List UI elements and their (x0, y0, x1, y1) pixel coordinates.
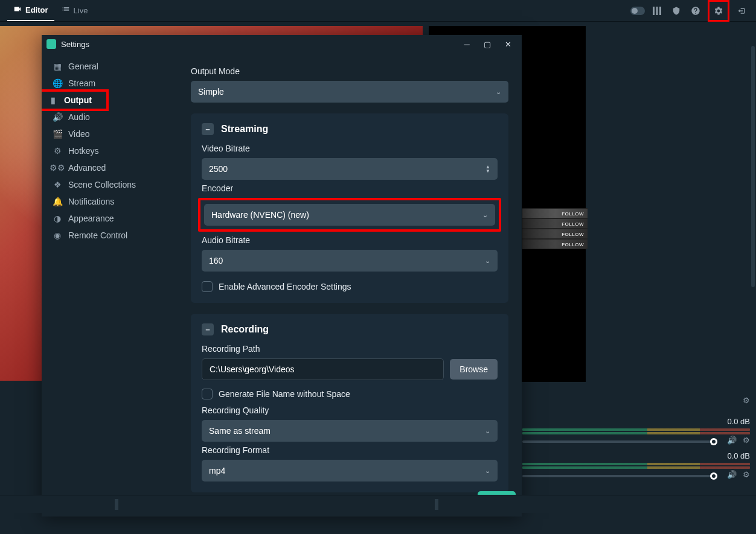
minimize-icon[interactable]: ─ (458, 37, 476, 51)
chevron-down-icon: ⌄ (485, 427, 490, 435)
recording-format-label: Recording Format (202, 445, 498, 455)
logout-icon[interactable] (734, 4, 749, 18)
video-bitrate-input[interactable]: 2500 ▲▼ (202, 158, 498, 180)
video-icon: 🎬 (53, 129, 62, 139)
sidebar-item-remote-control[interactable]: ◉Remote Control (42, 227, 178, 244)
sidebar-item-video[interactable]: 🎬Video (42, 126, 178, 142)
close-icon[interactable]: ✕ (499, 37, 517, 51)
divider-handle[interactable] (115, 499, 118, 510)
sidebar-item-appearance[interactable]: ◑Appearance (42, 210, 178, 227)
audio-meter (522, 428, 750, 431)
dialog-titlebar: Settings ─ ▢ ✕ (42, 35, 522, 53)
encoder-label: Encoder (202, 183, 498, 193)
speaker-icon[interactable]: 🔊 (727, 436, 737, 445)
sidebar-item-general[interactable]: ▦General (42, 58, 178, 75)
grid-icon: ▦ (53, 62, 62, 71)
mixer-gear-icon[interactable]: ⚙ (743, 396, 750, 405)
follow-row: FOLLOW (522, 239, 588, 249)
settings-dialog: Settings ─ ▢ ✕ ▦General 🌐Stream ▮Output … (42, 35, 522, 517)
recording-panel: − Recording Recording Path Browse Genera… (191, 314, 508, 492)
panel-title: Recording (221, 324, 269, 335)
filename-nospace-label: Generate File Name without Space (219, 389, 350, 399)
channel-gear-icon[interactable]: ⚙ (743, 436, 750, 445)
remote-icon: ◉ (53, 230, 62, 240)
streaming-panel: − Streaming Video Bitrate 2500 ▲▼ Encode… (191, 113, 508, 303)
output-mode-label: Output Mode (191, 66, 508, 76)
svg-rect-2 (653, 7, 655, 15)
encoder-highlight: Hardware (NVENC) (new) ⌄ (198, 198, 501, 232)
help-icon[interactable] (688, 4, 703, 18)
speaker-icon[interactable]: 🔊 (727, 470, 737, 479)
recording-quality-label: Recording Quality (202, 405, 498, 415)
db-value: 0.0 dB (522, 451, 750, 460)
advanced-encoder-checkbox[interactable] (202, 281, 213, 292)
filename-nospace-checkbox[interactable] (202, 389, 213, 399)
output-mode-select[interactable]: Simple ⌄ (191, 81, 508, 103)
tab-editor[interactable]: Editor (7, 0, 54, 21)
collapse-button[interactable]: − (202, 323, 214, 335)
settings-content: Output Mode Simple ⌄ − Streaming Video B… (178, 53, 522, 517)
follow-row: FOLLOW (522, 218, 588, 229)
recording-format-select[interactable]: mp4 ⌄ (202, 460, 498, 482)
svg-rect-4 (659, 7, 661, 15)
bottom-divider (0, 495, 756, 513)
sidebar-item-output[interactable]: ▮Output (42, 89, 109, 111)
list-icon (62, 5, 70, 16)
panel-title: Streaming (221, 124, 268, 135)
audio-meter (522, 432, 750, 434)
cogs-icon: ⚙⚙ (53, 163, 62, 173)
gear-icon: ⚙ (53, 146, 62, 156)
app-icon (46, 39, 56, 49)
audio-bitrate-select[interactable]: 160 ⌄ (202, 250, 498, 272)
settings-gear-icon[interactable] (708, 0, 729, 22)
appearance-icon: ◑ (53, 214, 62, 223)
collapse-button[interactable]: − (202, 123, 214, 135)
top-bar: Editor Live (0, 0, 756, 22)
channel-gear-icon[interactable]: ⚙ (743, 470, 750, 479)
globe-icon: 🌐 (53, 78, 62, 88)
video-bitrate-label: Video Bitrate (202, 144, 498, 153)
tab-label: Editor (25, 5, 48, 14)
svg-rect-3 (656, 7, 658, 15)
audio-meter (522, 463, 750, 465)
toggle-icon[interactable] (630, 4, 645, 18)
audio-meter (522, 466, 750, 469)
layers-icon: ❖ (53, 180, 62, 189)
divider-handle[interactable] (435, 499, 438, 510)
tab-label: Live (74, 6, 88, 15)
maximize-icon[interactable]: ▢ (478, 37, 496, 51)
recording-quality-select[interactable]: Same as stream ⌄ (202, 420, 498, 442)
chevron-down-icon: ⌄ (482, 211, 488, 219)
bell-icon: 🔔 (53, 197, 62, 206)
sidebar-item-hotkeys[interactable]: ⚙Hotkeys (42, 142, 178, 159)
recording-path-input[interactable] (202, 358, 444, 380)
sidebar-item-advanced[interactable]: ⚙⚙Advanced (42, 159, 178, 176)
follow-row: FOLLOW (522, 229, 588, 239)
volume-slider[interactable] (522, 440, 714, 443)
mixer-channel: 0.0 dB 🔊 ⚙ (522, 417, 750, 443)
tab-live[interactable]: Live (56, 0, 94, 21)
volume-slider[interactable] (522, 475, 714, 477)
scrollbar[interactable] (751, 46, 755, 287)
chevron-down-icon: ⌄ (496, 88, 501, 96)
follow-row: FOLLOW (522, 208, 588, 218)
columns-icon[interactable] (650, 4, 664, 18)
follow-overlay: FOLLOW FOLLOW FOLLOW FOLLOW (522, 208, 588, 249)
spinner-icon[interactable]: ▲▼ (485, 165, 490, 173)
speaker-icon: 🔊 (53, 112, 62, 122)
recording-path-label: Recording Path (202, 344, 498, 354)
output-icon: ▮ (48, 95, 58, 105)
sidebar-item-audio[interactable]: 🔊Audio (42, 109, 178, 126)
chevron-down-icon: ⌄ (485, 257, 490, 265)
db-value: 0.0 dB (522, 417, 750, 426)
mixer-channel: 0.0 dB 🔊 ⚙ (522, 451, 750, 477)
svg-point-1 (632, 8, 638, 14)
chevron-down-icon: ⌄ (485, 467, 490, 475)
sidebar-item-notifications[interactable]: 🔔Notifications (42, 193, 178, 210)
dialog-title: Settings (61, 40, 89, 49)
shield-icon[interactable] (669, 4, 684, 18)
advanced-encoder-label: Enable Advanced Encoder Settings (219, 282, 351, 291)
encoder-select[interactable]: Hardware (NVENC) (new) ⌄ (204, 204, 495, 226)
sidebar-item-scene-collections[interactable]: ❖Scene Collections (42, 176, 178, 193)
browse-button[interactable]: Browse (450, 359, 498, 380)
